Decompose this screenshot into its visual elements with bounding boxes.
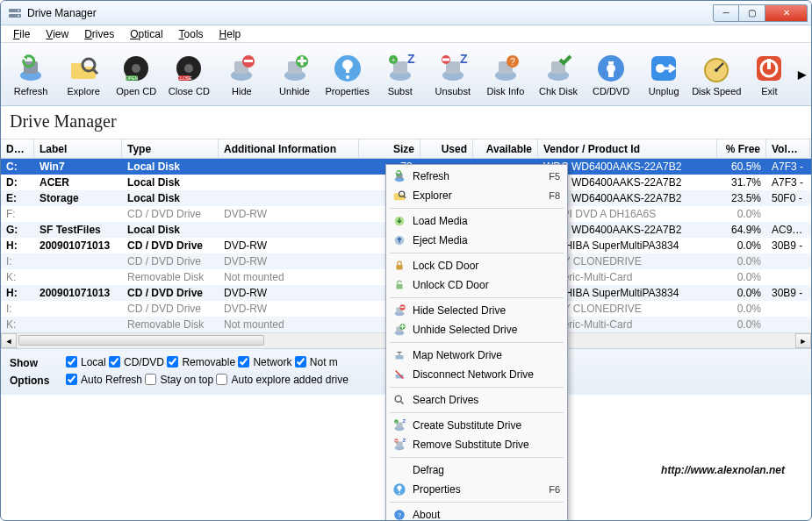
diskspeed-icon (701, 53, 732, 84)
checkbox[interactable] (216, 374, 227, 385)
subst-icon: Z:+ (392, 418, 407, 433)
scroll-left-button[interactable]: ◄ (1, 333, 17, 348)
context-search-drives[interactable]: Search Drives (388, 390, 565, 410)
context-separator (390, 387, 564, 388)
tool-label: Unplug (649, 86, 679, 96)
menu-file[interactable]: File (6, 27, 37, 41)
menu-help[interactable]: Help (212, 27, 248, 41)
col-size[interactable]: Size (359, 139, 420, 158)
col-additional-information[interactable]: Additional Information (219, 139, 359, 158)
context-lock-cd-door[interactable]: Lock CD Door (388, 256, 565, 275)
option-auto-refresh[interactable]: Auto Refresh (66, 374, 142, 386)
menu-drives[interactable]: Drives (77, 27, 121, 41)
checkbox[interactable] (109, 356, 120, 368)
maximize-button[interactable]: ▢ (739, 4, 765, 22)
context-label: Eject Media (413, 234, 560, 246)
option-auto-explore-added-drive[interactable]: Auto explore added drive (216, 374, 348, 386)
menu-tools[interactable]: Tools (172, 27, 211, 41)
col-label[interactable]: Label (34, 139, 122, 158)
context-eject-media[interactable]: Eject Media (388, 231, 565, 250)
cell: CD / DVD Drive (122, 301, 219, 317)
tool-chk-disk[interactable]: Chk Disk (532, 51, 585, 98)
footer-link[interactable]: http://www.alexnolan.net (661, 464, 785, 476)
unplug-icon (648, 53, 679, 84)
svg-point-13 (184, 64, 193, 73)
tool-cd-dvd[interactable]: CD/DVD (585, 51, 637, 98)
svg-text:Z:: Z: (460, 53, 469, 66)
col-vendor-product-id[interactable]: Vendor / Product Id (538, 139, 717, 158)
cell: 23.5% (717, 190, 766, 206)
context-load-media[interactable]: Load Media (388, 211, 565, 231)
context-remove-substitute-drive[interactable]: Z:Remove Substitute Drive (388, 435, 565, 454)
minimize-button[interactable]: ─ (713, 4, 739, 22)
col-used[interactable]: Used (420, 139, 473, 158)
scroll-thumb[interactable] (18, 335, 264, 346)
cell: CD / DVD Drive (122, 238, 219, 253)
cell: DVD-RW (219, 301, 359, 317)
col-type[interactable]: Type (122, 139, 219, 158)
checkbox[interactable] (66, 374, 77, 385)
show-network[interactable]: Network (238, 356, 291, 368)
tool-refresh[interactable]: Refresh (4, 51, 57, 98)
col-available[interactable]: Available (473, 139, 538, 158)
tool-close-cd[interactable]: CLOSEClose CD (162, 51, 215, 98)
tool-exit[interactable]: Exit (743, 51, 795, 98)
context-refresh[interactable]: RefreshF5 (388, 167, 565, 186)
context-defrag[interactable]: Defrag (388, 460, 565, 480)
context-properties[interactable]: PropertiesF6 (388, 480, 565, 499)
context-hide-selected-drive[interactable]: Hide Selected Drive (388, 301, 565, 320)
tool-open-cd[interactable]: OPENOpen CD (110, 51, 162, 98)
context-map-network-drive[interactable]: Map Network Drive (388, 346, 565, 365)
tool-hide[interactable]: Hide (215, 51, 268, 98)
svg-text:+: + (395, 420, 397, 424)
checkbox[interactable] (145, 374, 156, 385)
cell: Not mounted (219, 317, 359, 332)
tool-disk-speed[interactable]: Disk Speed (690, 51, 743, 98)
tool-properties[interactable]: Properties (321, 51, 374, 98)
about-icon: ? (392, 507, 407, 521)
mapnet-icon (392, 347, 407, 363)
checkbox[interactable] (167, 356, 178, 368)
svg-point-48 (656, 64, 665, 73)
context-unhide-selected-drive[interactable]: Unhide Selected Drive (388, 320, 565, 339)
menu-view[interactable]: View (39, 27, 75, 41)
col-volume[interactable]: Volume (766, 139, 810, 158)
show-removable[interactable]: Removable (167, 356, 235, 368)
titlebar[interactable]: Drive Manager ─ ▢ ✕ (1, 1, 811, 25)
unhide-icon (392, 322, 407, 338)
checkbox[interactable] (238, 356, 249, 368)
col--free[interactable]: % Free (717, 139, 766, 158)
cell: SF TestFiles (34, 222, 122, 238)
scroll-right-button[interactable]: ► (795, 333, 811, 348)
close-button[interactable]: ✕ (765, 4, 808, 22)
col-drive[interactable]: Drive (1, 139, 34, 158)
checkbox[interactable] (295, 356, 306, 368)
context-unlock-cd-door[interactable]: Unlock CD Door (388, 275, 565, 295)
cell (34, 206, 122, 222)
context-label: Remove Substitute Drive (413, 439, 560, 451)
context-explorer[interactable]: ExplorerF8 (388, 186, 565, 205)
tool-unhide[interactable]: Unhide (268, 51, 320, 98)
show-cd-dvd[interactable]: CD/DVD (109, 356, 164, 368)
tool-explore[interactable]: Explore (57, 51, 110, 98)
menu-optical[interactable]: Optical (123, 27, 169, 41)
toolbar-overflow-arrow[interactable]: ▶ (795, 68, 808, 81)
context-disconnect-network-drive[interactable]: Disconnect Network Drive (388, 365, 565, 384)
tool-unplug[interactable]: Unplug (637, 51, 690, 98)
tool-label: Refresh (14, 86, 48, 96)
tool-disk-info[interactable]: ?Disk Info (479, 51, 532, 98)
cell: A7F3 - (766, 175, 810, 190)
show-local[interactable]: Local (66, 356, 106, 368)
show-not-m[interactable]: Not m (295, 356, 338, 368)
cell: I: (1, 253, 34, 269)
tool-unsubst[interactable]: Z:Unsubst (427, 51, 479, 98)
cell: F: (1, 206, 34, 222)
context-about[interactable]: ?About (388, 505, 565, 521)
svg-point-3 (18, 15, 19, 17)
context-create-substitute-drive[interactable]: Z:+Create Substitute Drive (388, 416, 565, 435)
option-stay-on-top[interactable]: Stay on top (145, 374, 213, 386)
cell: A7F3 - (766, 159, 810, 175)
checkbox[interactable] (66, 356, 77, 368)
tool-subst[interactable]: Z:+Subst (374, 51, 427, 98)
cell (34, 317, 122, 332)
